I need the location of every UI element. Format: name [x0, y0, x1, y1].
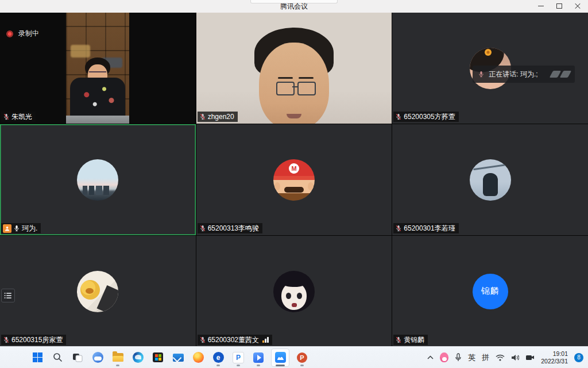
- avatar: M: [273, 159, 315, 201]
- participant-name: 65200315房家萱: [11, 335, 63, 345]
- minimize-button[interactable]: [532, 0, 550, 12]
- mic-muted-icon: [199, 113, 206, 120]
- speaking-toast: 正在讲话: 珂为.;: [473, 66, 575, 83]
- tile-participant-9[interactable]: 锦麟 黄锦麟: [392, 236, 588, 347]
- maximize-button[interactable]: [550, 0, 568, 12]
- person-glasses: [89, 71, 106, 77]
- taskbar-clock[interactable]: 19:01 2022/3/31: [541, 350, 568, 365]
- volume-icon[interactable]: [511, 354, 519, 361]
- file-explorer-icon: [113, 353, 123, 362]
- mic-muted-icon: [3, 113, 10, 120]
- name-label: 珂为.: [1, 223, 41, 233]
- audio-wave-icon: [551, 71, 570, 78]
- firefox-button[interactable]: [191, 348, 206, 367]
- microsoft-store-button[interactable]: [150, 348, 165, 367]
- mario-cap-badge: M: [289, 163, 299, 174]
- mic-muted-icon: [395, 113, 402, 120]
- e-app-icon: e: [213, 352, 224, 363]
- windows-start-icon: [33, 352, 42, 362]
- layout-toggle-button[interactable]: [1, 289, 15, 302]
- task-view-icon: [72, 353, 83, 362]
- avatar-eye: [286, 293, 291, 299]
- mic-muted-icon: [395, 336, 402, 343]
- list-icon: [4, 292, 12, 299]
- avatar-eye: [297, 293, 302, 299]
- mic-muted-icon: [199, 225, 206, 232]
- name-label: 朱凯光: [1, 112, 36, 122]
- close-button[interactable]: [568, 0, 587, 12]
- tile-participant-2[interactable]: zhgen20: [196, 13, 392, 124]
- person-sweater: [70, 78, 125, 116]
- speaking-toast-text: 正在讲话: 珂为.;: [489, 70, 537, 79]
- recording-icon: [6, 30, 13, 37]
- tile-participant-3[interactable]: 正在讲话: 珂为.; 65200305方荞萱: [392, 13, 588, 124]
- window-titlebar[interactable]: 腾讯会议: [0, 0, 588, 13]
- avatar-hair: [278, 274, 310, 287]
- widgets-weather-icon: [92, 352, 103, 363]
- taskbar-apps: e P P: [30, 348, 310, 367]
- person-eyebrow: [278, 77, 293, 79]
- powerpoint-icon: P: [297, 352, 307, 363]
- close-icon: [575, 3, 581, 9]
- participant-name: 黄锦麟: [404, 335, 424, 345]
- avatar: [470, 159, 511, 201]
- tencent-meeting-window: 腾讯会议 录制中 朱凯光: [0, 0, 588, 368]
- tencent-meeting-button[interactable]: [271, 348, 289, 367]
- tencent-meeting-icon: [275, 352, 286, 363]
- participant-name: 65200305方荞萱: [404, 112, 455, 122]
- participant-grid: 录制中 朱凯光 zhgen20: [0, 13, 588, 347]
- participant-name: zhgen20: [208, 113, 234, 121]
- running-indicator: [216, 365, 220, 366]
- start-button[interactable]: [30, 348, 45, 367]
- running-indicator: [237, 365, 240, 366]
- person-mouth: [287, 114, 301, 118]
- mic-on-icon: [13, 225, 20, 232]
- avatar-ear: [308, 182, 314, 190]
- tile-participant-6[interactable]: 65200301李若瑾: [392, 124, 588, 235]
- avatar-ear: [274, 182, 280, 190]
- recording-label: 录制中: [18, 29, 39, 39]
- microphone-tray-icon[interactable]: [455, 353, 462, 362]
- ime-mode-indicator[interactable]: 拼: [482, 352, 489, 363]
- tray-overflow-chevron-icon[interactable]: [427, 355, 434, 359]
- name-label: zhgen20: [198, 112, 238, 122]
- person-glasses: [297, 82, 316, 95]
- name-label: 65200302董茜文: [198, 335, 272, 345]
- tile-participant-8[interactable]: 65200302董茜文: [196, 236, 392, 347]
- host-icon: [3, 224, 11, 233]
- video-feed: [66, 13, 129, 124]
- tile-participant-1[interactable]: 录制中 朱凯光: [0, 13, 196, 124]
- desk-edge: [66, 116, 129, 124]
- microsoft-store-icon: [153, 352, 163, 362]
- ime-language-indicator[interactable]: 英: [468, 352, 475, 363]
- search-button[interactable]: [50, 348, 65, 367]
- mail-icon: [173, 354, 184, 362]
- windows-taskbar: e P P: [0, 346, 588, 368]
- camera-tray-icon[interactable]: [525, 354, 535, 361]
- e-app-button[interactable]: e: [211, 348, 226, 367]
- notification-count-badge[interactable]: 8: [574, 353, 583, 362]
- avatar: [77, 159, 118, 201]
- wifi-icon[interactable]: [496, 354, 505, 361]
- avatar-branch: [473, 163, 508, 170]
- powerpoint-button[interactable]: P: [295, 348, 310, 367]
- p-app-button[interactable]: P: [231, 348, 246, 367]
- tile-participant-5[interactable]: M 65200313李鸣骏: [196, 124, 392, 235]
- widgets-button[interactable]: [90, 348, 105, 367]
- tray-time: 19:01: [541, 350, 568, 358]
- mail-button[interactable]: [171, 348, 185, 367]
- tile-participant-4-active-speaker[interactable]: 珂为.: [0, 124, 196, 235]
- system-tray: 英 拼 19:01 2022/3/31 8: [427, 350, 583, 365]
- avatar-initials: 锦麟: [473, 274, 508, 309]
- name-label: 65200305方荞萱: [393, 112, 458, 122]
- avatar-city-skyline: [83, 186, 113, 195]
- tencent-docs-button[interactable]: [251, 348, 266, 367]
- mic-muted-icon: [3, 336, 10, 343]
- firefox-icon: [193, 352, 204, 363]
- name-label: 65200313李鸣骏: [198, 223, 262, 233]
- file-explorer-button[interactable]: [110, 348, 125, 367]
- tile-participant-7[interactable]: 65200315房家萱: [0, 236, 196, 347]
- edge-button[interactable]: [130, 348, 145, 367]
- qq-tray-icon[interactable]: [440, 352, 448, 362]
- task-view-button[interactable]: [70, 348, 85, 367]
